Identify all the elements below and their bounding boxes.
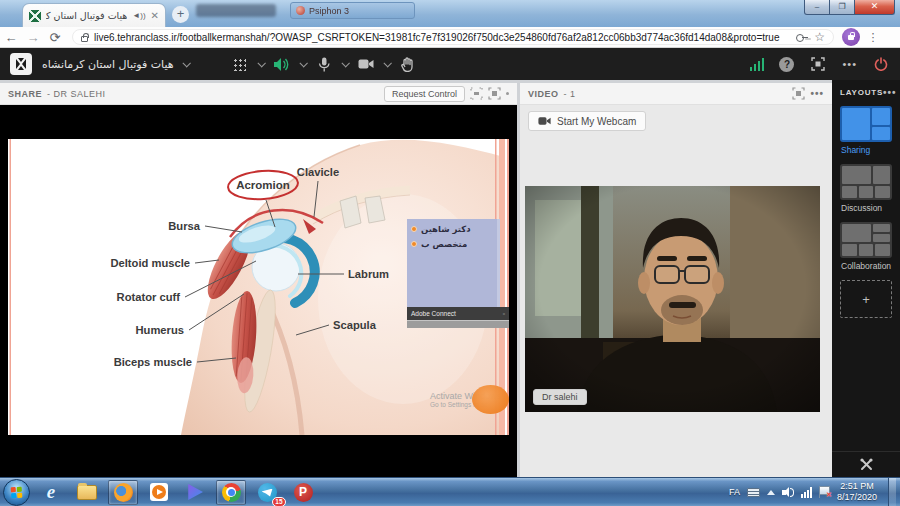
video-fullscreen-icon[interactable] bbox=[792, 87, 805, 100]
participant-name-tag: Dr salehi bbox=[533, 389, 587, 405]
taskbar-telegram-icon[interactable]: 15 bbox=[252, 480, 282, 505]
https-lock-icon[interactable] bbox=[81, 36, 88, 42]
camera-chevron-icon[interactable] bbox=[383, 59, 391, 67]
share-pod: SHARE - DR SALEHI Request Control bbox=[0, 83, 517, 477]
apps-chevron-icon[interactable] bbox=[257, 59, 265, 67]
background-window-label: Psiphon 3 bbox=[309, 6, 349, 16]
share-pod-title: SHARE bbox=[8, 89, 42, 99]
password-key-icon[interactable] bbox=[796, 31, 808, 43]
more-options-icon[interactable]: ••• bbox=[842, 58, 857, 70]
layouts-menu-icon[interactable]: ••• bbox=[883, 87, 897, 98]
bookmark-star-icon[interactable]: ☆ bbox=[814, 31, 825, 43]
hidden-icons-arrow[interactable] bbox=[767, 490, 775, 495]
background-window-title[interactable] bbox=[196, 4, 276, 17]
label-deltoid: Deltoid muscle bbox=[110, 257, 190, 269]
tray-time: 2:51 PM bbox=[837, 481, 877, 492]
popup-line1: دکتر شاهین bbox=[421, 224, 471, 234]
adobe-connect-mini-window[interactable]: Adobe Connect▫ bbox=[407, 307, 509, 328]
label-scapula: Scapula bbox=[333, 319, 377, 331]
background-window-psiphon[interactable]: Psiphon 3 bbox=[290, 2, 415, 19]
video-pod-header: VIDEO - 1 ••• bbox=[520, 83, 832, 105]
label-bursa: Bursa bbox=[168, 220, 200, 232]
microphone-icon[interactable] bbox=[315, 55, 333, 73]
layout-sharing-label[interactable]: Sharing bbox=[841, 145, 892, 155]
request-control-button[interactable]: Request Control bbox=[384, 86, 465, 102]
tab-close-icon[interactable]: ✕ bbox=[151, 11, 159, 21]
maximize-button[interactable]: ❐ bbox=[830, 0, 855, 15]
browser-tab[interactable]: هیات فوتبال استان کرمانشاه ◄)) ✕ bbox=[22, 3, 166, 27]
layout-collaboration-label[interactable]: Collaboration bbox=[841, 261, 892, 271]
apps-grid-icon[interactable] bbox=[231, 55, 249, 73]
connect-header: هیات فوتبال استان کرمانشاه ? bbox=[0, 48, 900, 80]
fullscreen-icon[interactable] bbox=[809, 55, 827, 73]
minimize-button[interactable]: – bbox=[804, 0, 830, 15]
start-webcam-button[interactable]: Start My Webcam bbox=[528, 111, 646, 131]
clock[interactable]: 2:51 PM 8/17/2020 bbox=[837, 481, 877, 503]
taskbar-ie-icon[interactable]: e bbox=[36, 480, 66, 505]
taskbar-firefox-icon[interactable] bbox=[108, 480, 138, 505]
forward-icon[interactable]: → bbox=[22, 30, 44, 45]
label-clavicle: Clavicle bbox=[297, 166, 339, 178]
notification-popup[interactable]: دکتر شاهین متخصص ب bbox=[407, 219, 500, 307]
taskbar-explorer-icon[interactable] bbox=[72, 480, 102, 505]
new-tab-button[interactable]: + bbox=[172, 6, 189, 23]
video-count: - 1 bbox=[564, 89, 576, 99]
speaker-icon[interactable] bbox=[273, 55, 291, 73]
connection-status-icon[interactable] bbox=[750, 58, 765, 71]
main-area: SHARE - DR SALEHI Request Control bbox=[0, 80, 900, 477]
layout-collaboration-thumbnail[interactable] bbox=[840, 222, 892, 258]
popup-bullet-icon bbox=[411, 241, 417, 247]
show-desktop-button[interactable] bbox=[888, 478, 896, 506]
action-center-flag-icon[interactable] bbox=[819, 486, 830, 498]
add-layout-button[interactable]: + bbox=[840, 280, 892, 318]
layout-discussion-thumbnail[interactable] bbox=[840, 164, 892, 200]
taskbar-chrome-icon[interactable] bbox=[216, 480, 246, 505]
speaker-chevron-icon[interactable] bbox=[299, 59, 307, 67]
layout-discussion-label[interactable]: Discussion bbox=[841, 203, 892, 213]
popup-line2: متخصص ب bbox=[421, 239, 467, 249]
share-pod-header: SHARE - DR SALEHI Request Control bbox=[0, 83, 517, 105]
tab-favicon bbox=[29, 10, 41, 22]
microphone-chevron-icon[interactable] bbox=[341, 59, 349, 67]
help-icon[interactable]: ? bbox=[779, 57, 794, 72]
tab-title: هیات فوتبال استان کرمانشاه bbox=[46, 10, 127, 21]
pod-tools-icon[interactable] bbox=[860, 458, 873, 471]
camera-icon[interactable] bbox=[357, 55, 375, 73]
room-menu-chevron-icon[interactable] bbox=[182, 59, 190, 67]
browser-menu-icon[interactable]: ⋮ bbox=[866, 31, 880, 44]
tab-audio-icon[interactable]: ◄)) bbox=[132, 11, 145, 20]
system-tray: FA 2:51 PM 8/17/2020 bbox=[729, 478, 900, 506]
taskbar-video-player-icon[interactable] bbox=[180, 480, 210, 505]
windows-logo-icon bbox=[11, 486, 23, 498]
window-controls: – ❐ ✕ bbox=[804, 0, 895, 15]
volume-icon[interactable] bbox=[782, 487, 794, 498]
close-button[interactable]: ✕ bbox=[855, 0, 895, 15]
video-pod-title: VIDEO bbox=[528, 89, 559, 99]
mini-window-buttons[interactable]: ▫ bbox=[503, 307, 505, 320]
screen: Psiphon 3 هیات فوتبال استان کرمانشاه ◄))… bbox=[0, 0, 900, 506]
share-fullscreen-icon[interactable] bbox=[488, 87, 501, 100]
profile-avatar-icon[interactable] bbox=[842, 28, 860, 46]
start-button[interactable] bbox=[3, 479, 30, 506]
fit-width-icon[interactable] bbox=[470, 87, 483, 100]
network-icon[interactable] bbox=[801, 487, 812, 498]
mini-window-toolbar bbox=[407, 320, 509, 328]
layouts-panel: LAYOUTS ••• Sharing Discussion Collabora… bbox=[832, 80, 900, 477]
language-indicator[interactable]: FA bbox=[729, 487, 740, 497]
layouts-title: LAYOUTS bbox=[840, 88, 883, 97]
reload-icon[interactable]: ⟳ bbox=[44, 30, 66, 45]
pod-divider-dot bbox=[506, 92, 509, 95]
taskbar-psiphon-icon[interactable]: P bbox=[288, 480, 318, 505]
video-more-icon[interactable]: ••• bbox=[810, 88, 824, 99]
psiphon-window-icon bbox=[296, 6, 305, 15]
layout-sharing-thumbnail[interactable] bbox=[840, 106, 892, 142]
keyboard-icon[interactable] bbox=[747, 488, 760, 497]
back-icon[interactable]: ← bbox=[0, 30, 22, 45]
raise-hand-icon[interactable] bbox=[399, 55, 417, 73]
address-bar[interactable]: live6.tehranclass.ir/footballkermanshah/… bbox=[72, 29, 834, 45]
share-presenter: - DR SALEHI bbox=[47, 89, 106, 99]
share-pod-body: Clavicle Acromion Bursa Deltoid muscle R… bbox=[0, 105, 517, 477]
connect-logo-icon bbox=[10, 53, 32, 75]
exit-power-icon[interactable] bbox=[872, 55, 890, 73]
taskbar-media-player-icon[interactable] bbox=[144, 480, 174, 505]
